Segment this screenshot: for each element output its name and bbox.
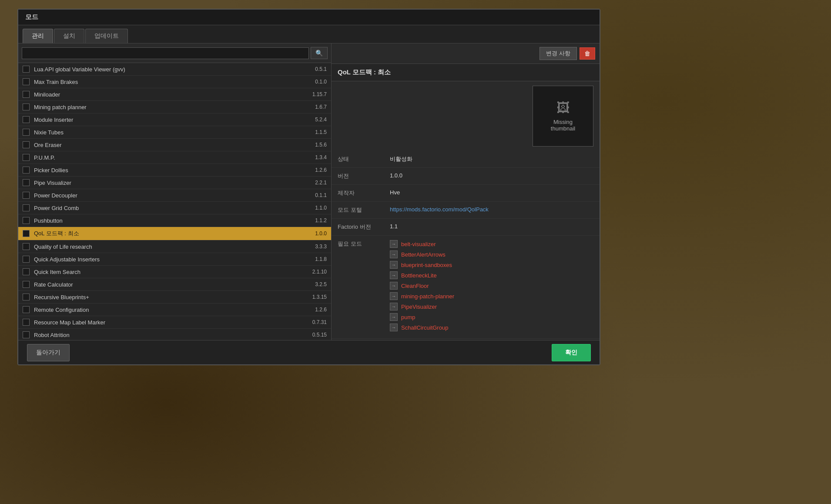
mod-checkbox[interactable] bbox=[23, 331, 30, 338]
mod-checkbox[interactable] bbox=[23, 192, 30, 199]
mod-checkbox[interactable] bbox=[23, 179, 30, 186]
delete-button[interactable]: 🗑 bbox=[580, 47, 595, 60]
dep-name: CleanFloor bbox=[401, 283, 429, 289]
search-input[interactable] bbox=[22, 47, 309, 59]
tab-manage[interactable]: 관리 bbox=[23, 29, 53, 43]
mod-list-item[interactable]: Picker Dollies1.2.6 bbox=[18, 164, 331, 177]
mod-version: 1.2.6 bbox=[315, 307, 327, 313]
mod-list-item[interactable]: Module Inserter5.2.4 bbox=[18, 113, 331, 126]
mod-checkbox[interactable] bbox=[23, 204, 30, 211]
mod-checkbox[interactable] bbox=[23, 281, 30, 288]
mod-name: Recursive Blueprints+ bbox=[34, 294, 308, 300]
mod-list-item[interactable]: Quick Adjustable Inserters1.1.8 bbox=[18, 253, 331, 266]
dep-item: →CleanFloor bbox=[390, 282, 593, 290]
mod-name: Resource Map Label Marker bbox=[34, 319, 308, 326]
detail-value: 1.0.0 bbox=[384, 168, 600, 185]
mod-name: Pipe Visualizer bbox=[34, 180, 311, 186]
mod-list-item[interactable]: Power Grid Comb1.1.0 bbox=[18, 202, 331, 214]
mod-list-item[interactable]: Recursive Blueprints+1.3.15 bbox=[18, 291, 331, 304]
mod-detail: QoL 모드팩 : 최소 🖼 Missingthumbnail 상태비활성화버전… bbox=[332, 64, 600, 355]
detail-value: 비활성화 bbox=[384, 151, 600, 168]
mod-checkbox[interactable] bbox=[23, 103, 30, 110]
thumbnail-row: 🖼 Missingthumbnail bbox=[332, 81, 600, 151]
mod-version: 0.5.15 bbox=[312, 332, 327, 338]
mod-version: 1.1.0 bbox=[315, 205, 327, 211]
mod-thumbnail: 🖼 Missingthumbnail bbox=[533, 86, 593, 147]
mod-checkbox[interactable] bbox=[23, 154, 30, 161]
mod-checkbox[interactable] bbox=[23, 306, 30, 313]
mod-checkbox[interactable] bbox=[23, 230, 30, 237]
mod-checkbox[interactable] bbox=[23, 217, 30, 224]
mod-checkbox[interactable] bbox=[23, 256, 30, 263]
confirm-button[interactable]: 확인 bbox=[552, 344, 591, 361]
dep-item: →SchallCircuitGroup bbox=[390, 324, 593, 331]
mod-version: 3.2.5 bbox=[315, 281, 327, 287]
mod-version: 1.1.8 bbox=[315, 256, 327, 262]
mod-version: 0.7.31 bbox=[312, 319, 327, 325]
left-panel: 🔍 Lua API global Variable Viewer (gvv)0.… bbox=[18, 43, 332, 355]
mod-name: Power Grid Comb bbox=[34, 205, 311, 211]
tab-install[interactable]: 설치 bbox=[54, 29, 84, 43]
back-button[interactable]: 돌아가기 bbox=[27, 344, 70, 361]
dep-name: blueprint-sandboxes bbox=[401, 262, 452, 268]
mod-checkbox[interactable] bbox=[23, 243, 30, 250]
mod-list-item[interactable]: Rate Calculator3.2.5 bbox=[18, 278, 331, 291]
mod-list-item[interactable]: Quick Item Search2.1.10 bbox=[18, 266, 331, 278]
detail-link[interactable]: https://mods.factorio.com/mod/QolPack bbox=[390, 206, 489, 213]
mod-checkbox[interactable] bbox=[23, 141, 30, 148]
mod-name: Robot Attrition bbox=[34, 332, 308, 338]
mod-list-item[interactable]: Robot Attrition0.5.15 bbox=[18, 329, 331, 341]
mod-list-item[interactable]: Lua API global Variable Viewer (gvv)0.5.… bbox=[18, 63, 331, 76]
mod-version: 0.1.1 bbox=[315, 192, 327, 198]
mod-version: 1.2.6 bbox=[315, 167, 327, 173]
mod-checkbox[interactable] bbox=[23, 116, 30, 123]
mod-list-item[interactable]: Nixie Tubes1.1.5 bbox=[18, 126, 331, 139]
dep-arrow-icon: → bbox=[390, 250, 398, 258]
mod-list-item[interactable]: Mining patch planner1.6.7 bbox=[18, 101, 331, 113]
mod-checkbox[interactable] bbox=[23, 66, 30, 73]
tab-update[interactable]: 업데이트 bbox=[85, 29, 128, 43]
mod-list-item[interactable]: Ore Eraser1.5.6 bbox=[18, 139, 331, 151]
mod-list-item[interactable]: Resource Map Label Marker0.7.31 bbox=[18, 316, 331, 329]
detail-table: 상태비활성화버전1.0.0제작자Hve모드 포털https://mods.fac… bbox=[332, 151, 600, 339]
mod-list-item[interactable]: P.U.M.P.1.3.4 bbox=[18, 151, 331, 164]
mod-checkbox[interactable] bbox=[23, 319, 30, 326]
mod-checkbox[interactable] bbox=[23, 167, 30, 174]
mod-list-item[interactable]: Pipe Visualizer2.2.1 bbox=[18, 177, 331, 189]
tab-bar: 관리 설치 업데이트 bbox=[18, 25, 600, 43]
mod-list-item[interactable]: QoL 모드팩 : 최소1.0.0 bbox=[18, 227, 331, 240]
dep-item: →BetterAlertArrows bbox=[390, 250, 593, 258]
detail-row: 모드 포털https://mods.factorio.com/mod/QolPa… bbox=[332, 202, 600, 219]
mod-checkbox[interactable] bbox=[23, 91, 30, 98]
mod-checkbox[interactable] bbox=[23, 129, 30, 136]
mod-list-item[interactable]: Quality of Life research3.3.3 bbox=[18, 240, 331, 253]
mod-name: Remote Configuration bbox=[34, 307, 311, 313]
thumbnail-text: Missingthumbnail bbox=[551, 119, 575, 132]
search-button[interactable]: 🔍 bbox=[311, 47, 328, 59]
mod-name: Miniloader bbox=[34, 91, 308, 98]
window-title: 모드 bbox=[25, 13, 38, 20]
mod-list-item[interactable]: Pushbutton1.1.2 bbox=[18, 214, 331, 227]
right-panel: 변경 사항 🗑 QoL 모드팩 : 최소 🖼 Missingthumbnail … bbox=[332, 43, 600, 355]
mod-checkbox[interactable] bbox=[23, 78, 30, 85]
mod-list-item[interactable]: Max Train Brakes0.1.0 bbox=[18, 76, 331, 88]
change-button[interactable]: 변경 사항 bbox=[539, 47, 577, 60]
detail-label: 모드 포털 bbox=[332, 202, 384, 219]
mod-list-item[interactable]: Miniloader1.15.7 bbox=[18, 88, 331, 101]
mod-checkbox[interactable] bbox=[23, 294, 30, 300]
detail-row: 필요 모드→belt-visualizer→BetterAlertArrows→… bbox=[332, 236, 600, 339]
mod-list-item[interactable]: Power Decoupler0.1.1 bbox=[18, 189, 331, 202]
dep-name: pump bbox=[401, 314, 416, 320]
mod-checkbox[interactable] bbox=[23, 268, 30, 275]
mod-list: Lua API global Variable Viewer (gvv)0.5.… bbox=[18, 63, 331, 355]
mod-name: Ore Eraser bbox=[34, 142, 311, 148]
mod-version: 5.2.4 bbox=[315, 117, 327, 123]
mod-list-item[interactable]: Remote Configuration1.2.6 bbox=[18, 304, 331, 316]
detail-value: →belt-visualizer→BetterAlertArrows→bluep… bbox=[384, 236, 600, 339]
footer: 돌아가기 확인 bbox=[18, 340, 600, 364]
detail-label: 필요 모드 bbox=[332, 236, 384, 339]
detail-row: 상태비활성화 bbox=[332, 151, 600, 168]
mod-version: 1.6.7 bbox=[315, 104, 327, 110]
mod-version: 1.1.5 bbox=[315, 129, 327, 135]
mod-detail-title: QoL 모드팩 : 최소 bbox=[332, 64, 600, 81]
